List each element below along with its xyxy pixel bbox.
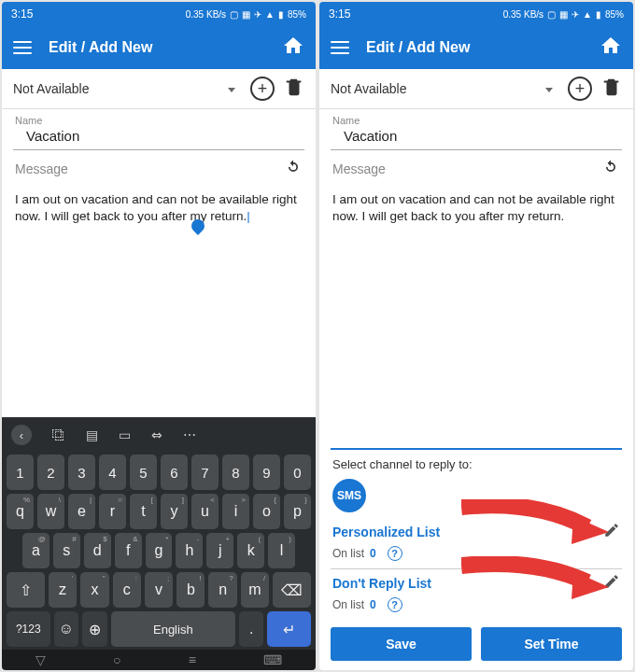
personalized-list-header: Personalized List	[319, 520, 633, 544]
name-input[interactable]: Vacation	[331, 126, 622, 150]
kb-screen-icon[interactable]: ▭	[119, 427, 131, 442]
key-s[interactable]: s#	[53, 533, 80, 568]
soft-keyboard[interactable]: ‹ ⿻ ▤ ▭ ⇔ ⋯ 1 2 3 4 5 6 7 8 9 0 q% w\ e|…	[2, 417, 316, 650]
key-j[interactable]: j+	[206, 533, 233, 568]
key-h[interactable]: h-	[176, 533, 203, 568]
name-input[interactable]: Vacation	[13, 126, 304, 150]
key-t[interactable]: t[	[130, 494, 157, 529]
key-8[interactable]: 8	[222, 455, 249, 490]
nav-keyboard-icon[interactable]: ▽	[35, 652, 46, 667]
key-k[interactable]: k(	[237, 533, 264, 568]
nfc-icon: ▢	[230, 9, 238, 20]
kb-back-icon[interactable]: ‹	[11, 425, 32, 445]
kb-cursor-icon[interactable]: ⇔	[151, 427, 162, 442]
delete-button[interactable]	[601, 77, 622, 101]
refresh-icon[interactable]	[601, 158, 620, 180]
key-i[interactable]: i>	[222, 494, 249, 529]
help-icon[interactable]: ?	[388, 597, 402, 612]
key-x[interactable]: x"	[80, 572, 108, 608]
key-g[interactable]: g*	[146, 533, 173, 568]
dontreply-list-header: Don't Reply List	[319, 571, 633, 595]
help-icon[interactable]: ?	[388, 546, 402, 561]
key-f[interactable]: f&	[115, 533, 142, 568]
key-space[interactable]: English	[111, 611, 235, 647]
key-shift[interactable]: ⇧	[7, 572, 45, 608]
key-period[interactable]: .	[239, 611, 264, 647]
key-symbols[interactable]: ?123	[7, 611, 50, 647]
key-0[interactable]: 0	[284, 455, 311, 490]
key-c[interactable]: c:	[113, 572, 141, 608]
key-w[interactable]: w\	[37, 494, 64, 529]
key-backspace[interactable]: ⌫	[273, 572, 311, 608]
nav-ime-icon[interactable]: ⌨	[263, 652, 282, 667]
caret-down-icon	[228, 88, 235, 92]
kb-row-2: a@ s# d$ f& g* h- j+ k( l)	[4, 533, 314, 568]
key-n[interactable]: n?	[208, 572, 236, 608]
menu-icon[interactable]	[331, 41, 349, 54]
message-label: Message	[15, 161, 284, 176]
kb-translate-icon[interactable]: ⿻	[52, 427, 65, 442]
name-label: Name	[2, 109, 316, 126]
save-button[interactable]: Save	[331, 627, 472, 661]
key-u[interactable]: u<	[191, 494, 219, 529]
key-enter[interactable]: ↵	[267, 611, 311, 647]
right-screenshot: 3:15 0.35 KB/s ▢▦✈▲ ▮85% Edit / Add New …	[319, 2, 633, 670]
divider	[331, 448, 622, 450]
key-d[interactable]: d$	[84, 533, 111, 568]
nav-recent-icon[interactable]: ≡	[189, 652, 196, 667]
message-textarea[interactable]: I am out on vacation and can not be avai…	[319, 184, 633, 229]
sms-channel[interactable]: SMS	[332, 479, 366, 512]
app-bar: Edit / Add New	[2, 26, 316, 69]
key-o[interactable]: o{	[253, 494, 280, 529]
kb-row-3: ⇧ z' x" c: v; b! n? m/ ⌫	[4, 572, 314, 608]
kb-row-4: ?123 ☺ ⊕ English . ↵	[4, 611, 314, 647]
key-7[interactable]: 7	[191, 455, 219, 490]
key-l[interactable]: l)	[268, 533, 295, 568]
kb-row-1: q% w\ e| r= t[ y] u< i> o{ p}	[4, 494, 314, 529]
message-textarea[interactable]: I am out on vacation and can not be avai…	[2, 184, 316, 229]
key-p[interactable]: p}	[284, 494, 311, 529]
key-y[interactable]: y]	[161, 494, 188, 529]
key-2[interactable]: 2	[37, 455, 64, 490]
menu-icon[interactable]	[13, 41, 32, 54]
channel-label: Select channel to reply to:	[319, 457, 633, 479]
key-r[interactable]: r=	[99, 494, 126, 529]
key-globe[interactable]: ⊕	[82, 611, 107, 647]
key-6[interactable]: 6	[161, 455, 188, 490]
key-9[interactable]: 9	[253, 455, 280, 490]
status-bar: 3:15 0.35 KB/s ▢▦✈▲ ▮85%	[319, 2, 633, 26]
add-button[interactable]: +	[250, 77, 275, 101]
key-3[interactable]: 3	[68, 455, 95, 490]
add-button[interactable]: +	[568, 77, 592, 101]
caret-down-icon	[545, 88, 553, 92]
home-icon[interactable]	[282, 35, 304, 61]
kb-more-icon[interactable]: ⋯	[183, 427, 196, 442]
key-emoji[interactable]: ☺	[54, 611, 79, 647]
status-dropdown[interactable]: Not Available	[331, 81, 558, 96]
edit-dontreply-icon[interactable]	[603, 573, 620, 594]
kb-clipboard-icon[interactable]: ▤	[86, 427, 98, 442]
key-4[interactable]: 4	[99, 455, 126, 490]
status-dropdown[interactable]: Not Available	[13, 81, 241, 96]
refresh-icon[interactable]	[284, 158, 303, 180]
nav-home-icon[interactable]: ○	[113, 652, 120, 667]
edit-personalized-icon[interactable]	[603, 522, 620, 542]
left-screenshot: 3:15 0.35 KB/s ▢▦✈▲ ▮85% Edit / Add New …	[2, 2, 316, 670]
key-a[interactable]: a@	[22, 533, 49, 568]
delete-button[interactable]	[284, 77, 304, 101]
key-q[interactable]: q%	[7, 494, 34, 529]
key-b[interactable]: b!	[176, 572, 205, 608]
status-icons: 0.35 KB/s ▢▦✈▲ ▮85%	[186, 9, 306, 20]
key-5[interactable]: 5	[130, 455, 157, 490]
key-1[interactable]: 1	[7, 455, 34, 490]
android-nav-bar: ▽ ○ ≡ ⌨	[2, 650, 316, 670]
set-time-button[interactable]: Set Time	[481, 627, 622, 661]
key-e[interactable]: e|	[68, 494, 95, 529]
keyboard-toolbar: ‹ ⿻ ▤ ▭ ⇔ ⋯	[4, 421, 314, 451]
key-v[interactable]: v;	[145, 572, 173, 608]
status-time: 3:15	[11, 7, 186, 21]
kb-row-nums: 1 2 3 4 5 6 7 8 9 0	[4, 455, 314, 490]
home-icon[interactable]	[600, 35, 622, 61]
key-z[interactable]: z'	[49, 572, 77, 608]
key-m[interactable]: m/	[241, 572, 269, 608]
